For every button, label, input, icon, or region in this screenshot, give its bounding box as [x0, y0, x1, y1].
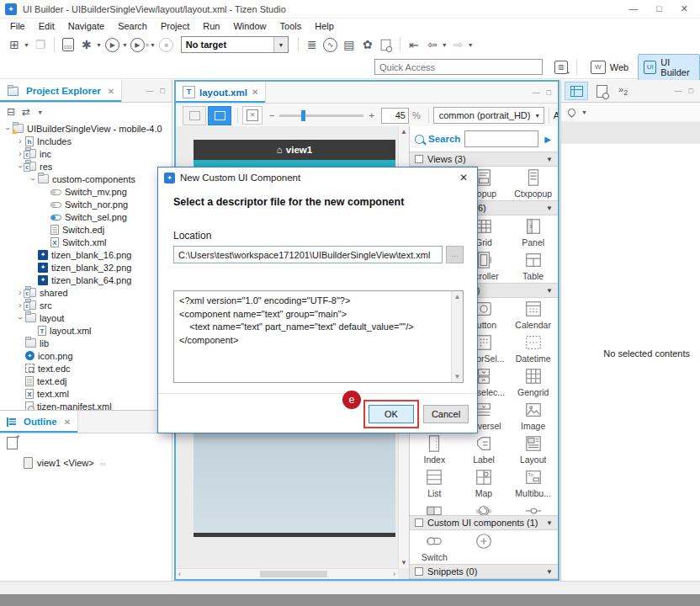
pin-icon[interactable] [566, 107, 577, 118]
tab-outline[interactable]: Outline ✕ [0, 411, 78, 433]
chevron-closed-icon[interactable]: › [16, 137, 24, 146]
palette-item-table[interactable]: Table [508, 249, 558, 283]
project-explorer-minimize-icon[interactable]: — [146, 87, 154, 95]
palette-item-progressbar[interactable] [459, 500, 509, 515]
menu-edit[interactable]: Edit [32, 21, 61, 31]
palette-item-layout[interactable]: Layout [508, 433, 558, 466]
more-tabs-indicator[interactable]: »2 [618, 84, 628, 97]
debug-caret[interactable]: ▼ [96, 42, 102, 48]
perspective-ui-builder-button[interactable]: UI UI Builder [638, 54, 700, 81]
tree-item-tizen-manifest-xml[interactable]: tizen-manifest.xml [0, 400, 172, 410]
forward-icon[interactable]: ⇨ [450, 36, 467, 53]
menu-tools[interactable]: Tools [273, 21, 309, 31]
menu-file[interactable]: File [3, 21, 32, 31]
debug-icon[interactable]: ✱ [78, 36, 95, 53]
menu-search[interactable]: Search [111, 21, 154, 31]
certificate-icon[interactable]: ✿ [359, 36, 376, 53]
tab-resource-view[interactable] [590, 82, 613, 100]
properties-menu-caret[interactable]: ▼ [581, 109, 587, 115]
canvas-horizontal-scrollbar[interactable]: ‹ › [176, 568, 398, 579]
tree-item-text-edc[interactable]: text.edc [0, 362, 172, 375]
quick-access-input[interactable] [374, 59, 543, 75]
editor-maximize-icon[interactable]: □ [547, 88, 551, 97]
outline-close-icon[interactable]: ✕ [64, 417, 71, 427]
view-menu-caret[interactable]: ▼ [37, 109, 43, 115]
tree-item-src[interactable]: ›csrc [0, 299, 172, 311]
package-icon[interactable]: ▤ [341, 36, 358, 53]
location-input[interactable] [173, 246, 443, 263]
tree-item-res[interactable]: ›cres [0, 160, 172, 173]
palette-item-multibu-[interactable]: To:Multibu... [508, 466, 558, 500]
outline-view-item[interactable]: view1 <View> ⇔ [0, 452, 172, 469]
ok-button[interactable]: OK [369, 405, 414, 423]
section-collapse-caret[interactable]: ▼ [546, 519, 553, 527]
tree-item-tizen-blank-16-png[interactable]: ✦tizen_blank_16.png [0, 248, 172, 261]
link-with-editor-icon[interactable]: ⇄ [22, 106, 30, 118]
chevron-open-icon[interactable]: › [3, 125, 12, 133]
run-configurations-caret[interactable]: ▼ [150, 42, 156, 48]
tree-item-tizen-blank-64-png[interactable]: ✦tizen_blank_64.png [0, 274, 172, 286]
xml-scroll-down-icon[interactable]: ▼ [452, 373, 463, 380]
palette-section-views-3-[interactable]: Views (3)▼ [410, 152, 558, 167]
maximize-button[interactable]: □ [656, 3, 662, 14]
resolution-combo-caret[interactable]: ▼ [532, 113, 544, 119]
resolution-combo[interactable]: common (portrait_HD) ▼ [433, 107, 544, 124]
collapse-all-icon[interactable]: ⊟ [7, 106, 15, 118]
chevron-open-icon[interactable]: › [16, 314, 24, 322]
tree-item-shared[interactable]: ›cshared [0, 286, 172, 299]
tree-item-lib[interactable]: lib [0, 337, 172, 349]
tree-item-layout-xml[interactable]: Tlayout.xml [0, 324, 172, 337]
tree-item-switch-xml[interactable]: XSwitch.xml [0, 236, 172, 248]
xml-scroll-up-icon[interactable]: ▲ [452, 293, 463, 300]
scroll-left-icon[interactable]: ‹ [178, 570, 181, 578]
tab-project-explorer[interactable]: Project Explorer ✕ [0, 80, 122, 102]
design-view-button[interactable] [208, 106, 231, 125]
tree-item-switch-edj[interactable]: Switch.edj [0, 223, 172, 236]
last-edit-location-icon[interactable]: ⇤ [406, 36, 422, 53]
palette-item-list[interactable]: List [410, 466, 459, 500]
target-combo-caret[interactable]: ▼ [273, 37, 288, 52]
palette-section-custom-ui-components-1-[interactable]: Custom UI components (1)▼ [410, 515, 558, 530]
run-configurations-icon[interactable]: ▶≡ [130, 36, 149, 53]
zoom-slider[interactable] [279, 114, 363, 117]
palette-item-gengrid[interactable]: Gengrid [508, 365, 558, 399]
project-explorer-maximize-icon[interactable]: □ [161, 87, 165, 95]
scrollbar-thumb[interactable] [260, 571, 326, 577]
run-icon[interactable]: ▶ [104, 36, 121, 53]
palette-item-index[interactable]: Index [410, 433, 459, 466]
run-caret[interactable]: ▼ [122, 42, 128, 48]
project-explorer-close-icon[interactable]: ✕ [108, 87, 114, 96]
palette-item-calendar[interactable]: Calendar [508, 298, 558, 332]
palette-item-add-component[interactable] [459, 530, 509, 564]
fit-to-screen-button[interactable]: ✕ [242, 106, 262, 125]
chevron-open-icon[interactable]: › [29, 175, 37, 183]
api-checker-icon[interactable] [378, 36, 395, 53]
back-caret[interactable]: ▼ [442, 42, 448, 48]
tree-item-layout[interactable]: ›layout [0, 311, 172, 324]
search-go-icon[interactable]: ▶ [544, 135, 551, 144]
tab-layout-xml[interactable]: T layout.xml ✕ [176, 82, 266, 103]
device-manager-icon[interactable]: ≣ [304, 36, 321, 53]
tree-item-tizen-blank-32-png[interactable]: ✦tizen_blank_32.png [0, 261, 172, 274]
palette-item-label[interactable]: Label [459, 433, 509, 466]
tree-item-text-edj[interactable]: text.edj [0, 375, 172, 387]
palette-item-map[interactable]: Map [459, 466, 509, 500]
tree-item-switch-nor-png[interactable]: Switch_nor.png [0, 198, 172, 210]
dialog-close-icon[interactable]: ✕ [456, 172, 471, 183]
palette-item-switch[interactable]: Switch [410, 530, 459, 564]
stop-icon[interactable]: ■ [158, 36, 175, 53]
editor-minimize-icon[interactable]: — [533, 88, 540, 97]
section-collapse-caret[interactable]: ▼ [546, 156, 553, 163]
descriptor-xml-preview[interactable]: <?xml version="1.0" encoding="UTF-8"?> <… [173, 290, 464, 383]
palette-item-ctxpopup[interactable]: Ctxpopup [508, 167, 558, 200]
new-wizard-icon[interactable]: ⊞ [6, 36, 23, 53]
palette-item-image[interactable]: Image [508, 399, 558, 433]
zoom-out-icon[interactable]: − [269, 110, 274, 120]
menu-help[interactable]: Help [308, 21, 341, 31]
save-all-icon[interactable]: ❐ [32, 36, 49, 53]
back-icon[interactable]: ⇦ [424, 36, 441, 53]
section-collapse-caret[interactable]: ▼ [546, 287, 553, 295]
zoom-slider-thumb[interactable] [301, 110, 305, 121]
palette-item-panel[interactable]: Panel [508, 215, 558, 249]
scroll-down-icon[interactable]: ▼ [399, 559, 409, 566]
